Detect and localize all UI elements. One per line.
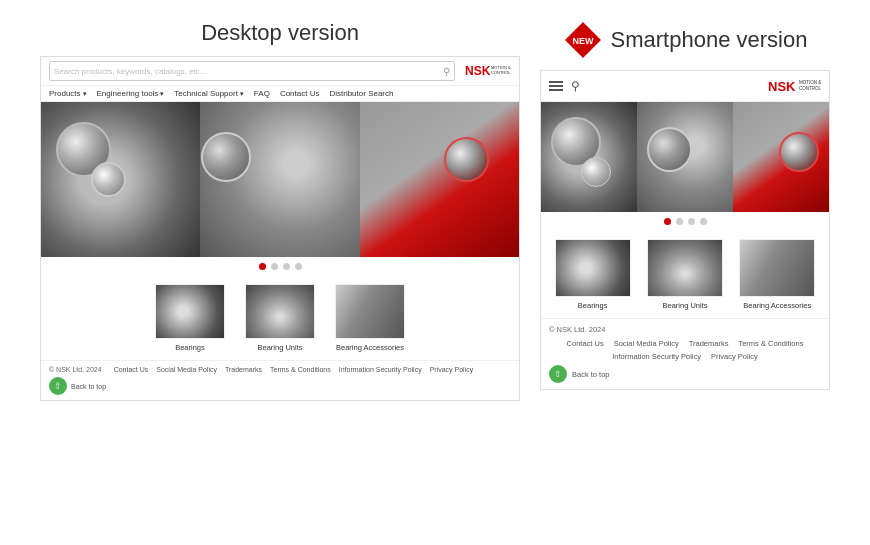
sm-bearings-image — [555, 239, 631, 297]
sm-product-bearings[interactable]: Bearings — [555, 239, 631, 310]
svg-text:CONTROL: CONTROL — [799, 86, 821, 91]
sm-footer-links-row2: Information Security Policy Privacy Poli… — [549, 352, 821, 361]
sm-dot-2[interactable] — [676, 218, 683, 225]
footer-link-privacy[interactable]: Privacy Policy — [430, 366, 474, 373]
bearing-units-label: Bearing Units — [257, 343, 302, 352]
sm-bearings-label: Bearings — [578, 301, 608, 310]
sm-footer-social[interactable]: Social Media Policy — [614, 339, 679, 348]
footer-link-trademarks[interactable]: Trademarks — [225, 366, 262, 373]
smartphone-topbar: ⚲ NSK MOTION & CONTROL — [541, 71, 829, 102]
sm-bearing-units-image — [647, 239, 723, 297]
smartphone-carousel-dots — [541, 212, 829, 231]
sm-bearing-units-label: Bearing Units — [662, 301, 707, 310]
back-to-top-desktop[interactable]: ⇧ Back to top — [49, 377, 511, 395]
sm-footer-links-row1: Contact Us Social Media Policy Trademark… — [549, 339, 821, 348]
sm-product-units[interactable]: Bearing Units — [647, 239, 723, 310]
nsk-logo-desktop: NSK MOTION & CONTROL — [463, 62, 511, 80]
bearing-img — [156, 285, 224, 338]
product-card-units[interactable]: Bearing Units — [245, 284, 315, 352]
bearing-acc-img — [336, 285, 404, 338]
bearing-units-image — [245, 284, 315, 339]
nav-faq[interactable]: FAQ — [254, 89, 270, 98]
sm-bearing-img-3 — [740, 240, 814, 296]
footer-link-contact[interactable]: Contact Us — [114, 366, 149, 373]
sm-dot-1[interactable] — [664, 218, 671, 225]
footer-link-terms[interactable]: Terms & Conditions — [270, 366, 331, 373]
bearing-accessories-image — [335, 284, 405, 339]
desktop-frame: Search products, keywords, catalogs, etc… — [40, 56, 520, 401]
sm-dot-3[interactable] — [688, 218, 695, 225]
sm-hero-panel-3 — [733, 102, 829, 212]
nav-distributor[interactable]: Distributor Search — [329, 89, 393, 98]
smartphone-version-block: NEW Smartphone version ⚲ NSK MOTION & — [540, 20, 830, 390]
hero-image — [41, 102, 519, 257]
sm-back-to-top-label: Back to top — [572, 370, 610, 379]
product-card-accessories[interactable]: Bearing Accessories — [335, 284, 405, 352]
svg-text:NEW: NEW — [572, 36, 594, 46]
desktop-hero — [41, 102, 519, 257]
sm-footer-copyright: © NSK Ltd. 2024 — [549, 325, 821, 334]
sm-footer-terms[interactable]: Terms & Conditions — [738, 339, 803, 348]
sm-footer-infosec[interactable]: Information Security Policy — [612, 352, 701, 361]
footer-link-social[interactable]: Social Media Policy — [156, 366, 217, 373]
nsk-logo-smartphone: NSK MOTION & CONTROL — [766, 76, 821, 96]
nav-engineering[interactable]: Engineering tools — [97, 89, 165, 98]
svg-text:CONTROL: CONTROL — [491, 70, 511, 75]
desktop-search-bar[interactable]: Search products, keywords, catalogs, etc… — [49, 61, 455, 81]
dot-1[interactable] — [259, 263, 266, 270]
dot-4[interactable] — [295, 263, 302, 270]
footer-links: Contact Us Social Media Policy Trademark… — [114, 366, 474, 373]
sm-bearing-accessories-image — [739, 239, 815, 297]
sm-footer-privacy[interactable]: Privacy Policy — [711, 352, 758, 361]
smartphone-footer: © NSK Ltd. 2024 Contact Us Social Media … — [541, 318, 829, 389]
sm-hero-panel-1 — [541, 102, 637, 212]
sm-bearing-img-1 — [556, 240, 630, 296]
dot-3[interactable] — [283, 263, 290, 270]
bearing-units-img — [246, 285, 314, 338]
desktop-version-title: Desktop version — [201, 20, 359, 46]
bearings-label: Bearings — [175, 343, 205, 352]
new-badge: NEW — [563, 20, 603, 60]
footer-copyright: © NSK Ltd. 2024 — [49, 366, 102, 373]
hamburger-line — [549, 85, 563, 87]
hero-panel-2 — [200, 102, 359, 257]
hamburger-menu[interactable] — [549, 81, 563, 91]
sm-footer-contact[interactable]: Contact Us — [567, 339, 604, 348]
nav-technical[interactable]: Technical Support — [174, 89, 244, 98]
search-placeholder: Search products, keywords, catalogs, etc… — [54, 67, 207, 76]
nav-products[interactable]: Products — [49, 89, 87, 98]
sm-bearing-accessories-label: Bearing Accessories — [743, 301, 811, 310]
smartphone-products-row: Bearings Bearing Units Bearing Accessori… — [541, 231, 829, 318]
sm-product-accessories[interactable]: Bearing Accessories — [739, 239, 815, 310]
product-card-bearings[interactable]: Bearings — [155, 284, 225, 352]
sm-footer-trademarks[interactable]: Trademarks — [689, 339, 729, 348]
sm-bearing-img-2 — [648, 240, 722, 296]
dot-2[interactable] — [271, 263, 278, 270]
desktop-topbar: Search products, keywords, catalogs, etc… — [41, 57, 519, 86]
hamburger-line — [549, 81, 563, 83]
desktop-nav: Products Engineering tools Technical Sup… — [41, 86, 519, 102]
svg-text:NSK: NSK — [768, 79, 796, 94]
desktop-carousel-dots — [41, 257, 519, 276]
hamburger-line — [549, 89, 563, 91]
search-icon-sm[interactable]: ⚲ — [571, 79, 580, 93]
sm-hero-panel-2 — [637, 102, 733, 212]
svg-text:NSK: NSK — [465, 64, 491, 78]
sm-dot-4[interactable] — [700, 218, 707, 225]
footer-link-infosec[interactable]: Information Security Policy — [339, 366, 422, 373]
back-to-top-label: Back to top — [71, 383, 106, 390]
smartphone-title-row: NEW Smartphone version — [563, 20, 808, 60]
svg-text:MOTION &: MOTION & — [799, 80, 821, 85]
desktop-products-row: Bearings Bearing Units Bearing Accessori… — [41, 276, 519, 360]
hero-panel-1 — [41, 102, 200, 257]
footer-top-row: © NSK Ltd. 2024 Contact Us Social Media … — [49, 366, 511, 373]
smartphone-version-title: Smartphone version — [611, 27, 808, 53]
nav-contact[interactable]: Contact Us — [280, 89, 320, 98]
hero-panel-3 — [360, 102, 519, 257]
desktop-version-block: Desktop version Search products, keyword… — [40, 20, 520, 401]
topbar-left: ⚲ — [549, 79, 580, 93]
green-circle-icon: ⇧ — [49, 377, 67, 395]
sm-back-to-top[interactable]: ⇧ Back to top — [549, 365, 821, 383]
search-icon[interactable]: ⚲ — [443, 66, 450, 77]
bearings-image — [155, 284, 225, 339]
